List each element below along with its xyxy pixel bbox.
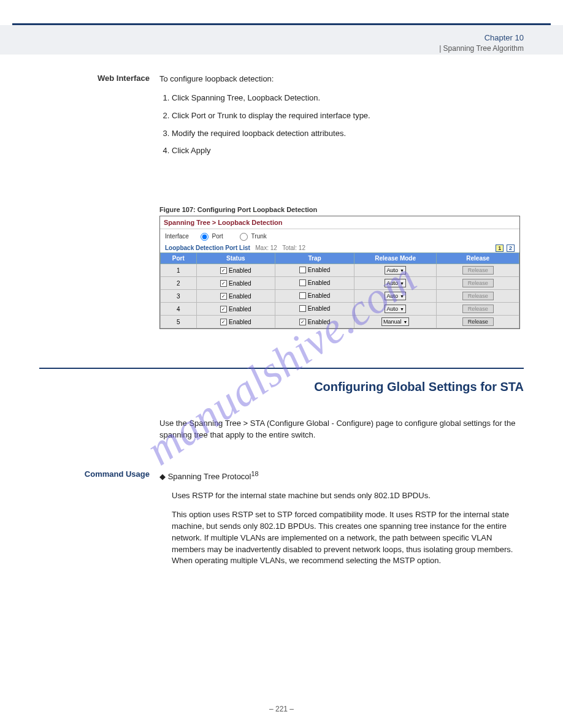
page-1[interactable]: 1 <box>496 245 504 252</box>
step-1: Click Spanning Tree, Loopback Detection. <box>172 93 521 104</box>
total-count: Total: 12 <box>282 245 305 251</box>
cell-port: 5 <box>161 316 197 328</box>
status-checkbox[interactable]: ✓ Enabled <box>220 306 251 313</box>
page-2[interactable]: 2 <box>507 245 515 252</box>
web-interface-label: Web Interface <box>39 74 150 83</box>
page-number: – 221 – <box>0 705 563 713</box>
bullet-stp: ◆ Spanning Tree Protocol18 <box>159 469 521 483</box>
max-count: Max: 12 <box>255 245 277 251</box>
cell-port: 1 <box>161 264 197 277</box>
status-checkbox[interactable]: ✓ Enabled <box>220 280 251 287</box>
trap-checkbox[interactable]: Enabled <box>299 305 331 312</box>
release-mode-select[interactable]: Auto ▼ <box>385 305 405 313</box>
table-row: 5✓ Enabled✓ EnabledManual ▼Release <box>161 316 519 328</box>
interface-label: Interface <box>165 233 189 240</box>
table-row: 3✓ Enabled EnabledAuto ▼Release <box>161 290 519 303</box>
release-mode-select[interactable]: Manual ▼ <box>381 317 409 326</box>
status-checkbox[interactable]: ✓ Enabled <box>220 293 251 300</box>
loopback-screenshot: Spanning Tree > Loopback Detection Inter… <box>159 216 520 329</box>
release-mode-select[interactable]: Auto ▼ <box>385 266 405 275</box>
trap-checkbox[interactable]: Enabled <box>299 292 331 299</box>
step-4: Click Apply <box>172 145 521 157</box>
section-title: Configuring Global Settings for STA <box>314 380 524 394</box>
section-body: Use the Spanning Tree > STA (Configure G… <box>159 418 521 449</box>
release-button: Release <box>462 305 494 313</box>
col-status: Status <box>196 253 275 264</box>
command-usage-body: ◆ Spanning Tree Protocol18 Uses RSTP for… <box>159 469 521 574</box>
col-mode: Release Mode <box>354 253 437 264</box>
chapter-label: Chapter 10 <box>484 33 524 42</box>
port-table: Port Status Trap Release Mode Release 1✓… <box>160 252 519 328</box>
chapter-subtitle: | Spanning Tree Algorithm <box>439 44 524 53</box>
step-2: Click Port or Trunk to display the requi… <box>172 110 521 122</box>
col-release: Release <box>437 253 519 264</box>
figure-caption: Figure 107: Configuring Port Loopback De… <box>159 206 317 213</box>
cell-port: 4 <box>161 303 197 316</box>
trap-checkbox[interactable]: ✓ Enabled <box>299 319 331 325</box>
interface-row: Interface Port Trunk <box>160 229 519 245</box>
release-mode-select[interactable]: Auto ▼ <box>385 292 405 300</box>
trap-checkbox[interactable]: Enabled <box>299 267 331 273</box>
stp-note: Uses RSTP for the internal state machine… <box>172 490 521 502</box>
section-intro: Use the Spanning Tree > STA (Configure G… <box>159 418 521 441</box>
trap-checkbox[interactable]: Enabled <box>299 279 331 286</box>
cell-port: 3 <box>161 290 197 303</box>
command-usage-label: Command Usage <box>39 469 150 479</box>
col-trap: Trap <box>275 253 354 264</box>
port-list-header: Loopback Detection Port List Max: 12 Tot… <box>160 245 519 252</box>
release-button: Release <box>462 292 494 300</box>
step-3: Modify the required loopback detection a… <box>172 128 521 140</box>
ss-breadcrumb: Spanning Tree > Loopback Detection <box>160 216 519 229</box>
radio-trunk[interactable]: Trunk <box>240 233 277 240</box>
release-button[interactable]: Release <box>462 317 494 326</box>
table-header-row: Port Status Trap Release Mode Release <box>161 253 519 264</box>
table-row: 2✓ Enabled EnabledAuto ▼Release <box>161 277 519 290</box>
cell-port: 2 <box>161 277 197 290</box>
release-button: Release <box>462 279 494 287</box>
status-checkbox[interactable]: ✓ Enabled <box>220 319 251 325</box>
radio-port[interactable]: Port <box>201 233 233 240</box>
release-mode-select[interactable]: Auto ▼ <box>385 279 405 287</box>
status-checkbox[interactable]: ✓ Enabled <box>220 267 251 274</box>
stp-desc: This option uses RSTP set to STP forced … <box>172 509 521 567</box>
pager: 1 2 <box>494 245 515 252</box>
section-rule <box>39 368 524 369</box>
col-port: Port <box>161 253 197 264</box>
section-heading: Configuring Global Settings for STA <box>314 380 524 394</box>
web-steps-block: To configure loopback detection: Click S… <box>159 74 521 164</box>
table-row: 4✓ Enabled EnabledAuto ▼Release <box>161 303 519 316</box>
web-intro: To configure loopback detection: <box>159 74 521 85</box>
table-row: 1✓ Enabled EnabledAuto ▼Release <box>161 264 519 277</box>
release-button: Release <box>462 266 494 275</box>
